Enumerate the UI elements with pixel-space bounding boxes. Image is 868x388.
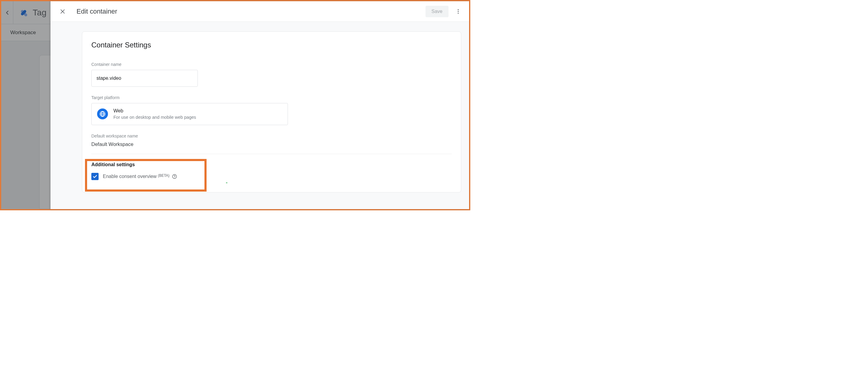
- indicator-dot: [226, 183, 227, 183]
- enable-consent-overview-label: Enable consent overview (BETA): [103, 174, 177, 179]
- svg-point-5: [458, 13, 459, 13]
- target-platform-option[interactable]: Web For use on desktop and mobile web pa…: [91, 103, 288, 125]
- beta-badge: (BETA): [158, 173, 169, 178]
- svg-point-3: [458, 9, 459, 10]
- help-button[interactable]: [172, 174, 177, 179]
- close-button[interactable]: [56, 5, 69, 18]
- container-name-input[interactable]: [91, 70, 198, 87]
- section-divider: [91, 154, 452, 154]
- help-icon: [172, 174, 177, 179]
- default-workspace-value: Default Workspace: [91, 141, 452, 147]
- platform-subtitle: For use on desktop and mobile web pages: [114, 114, 196, 120]
- consent-label-text: Enable consent overview: [103, 174, 157, 179]
- svg-point-4: [458, 11, 459, 12]
- container-name-label: Container name: [91, 62, 452, 67]
- additional-settings-heading: Additional settings: [91, 162, 452, 167]
- edit-container-modal: Edit container Save Container Settings C…: [51, 1, 469, 209]
- close-icon: [60, 8, 66, 14]
- container-settings-card: Container Settings Container name Target…: [82, 31, 461, 193]
- checkmark-icon: [92, 174, 98, 179]
- modal-header: Edit container Save: [51, 1, 469, 22]
- enable-consent-overview-checkbox[interactable]: [91, 173, 99, 180]
- settings-heading: Container Settings: [91, 41, 452, 49]
- target-platform-label: Target platform: [91, 95, 452, 100]
- save-button[interactable]: Save: [426, 6, 448, 17]
- platform-title: Web: [114, 107, 196, 114]
- modal-title: Edit container: [76, 7, 426, 15]
- overflow-menu-button[interactable]: [452, 5, 465, 18]
- svg-point-8: [175, 177, 175, 178]
- default-workspace-label: Default workspace name: [91, 134, 452, 138]
- more-vert-icon: [455, 8, 461, 14]
- globe-icon: [97, 108, 108, 119]
